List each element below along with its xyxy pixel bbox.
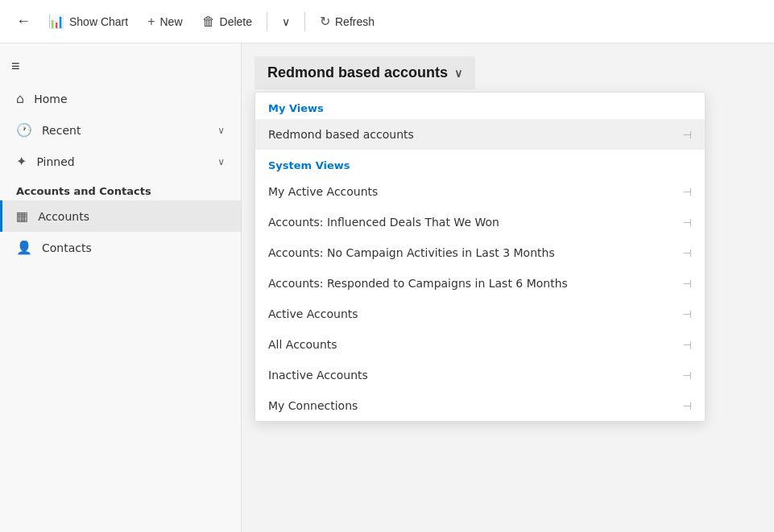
sidebar-item-contacts[interactable]: 👤 Contacts — [0, 232, 241, 263]
pin-icon-4[interactable]: ⊣ — [683, 278, 692, 290]
recent-chevron-icon: ∨ — [217, 125, 225, 136]
section-title: Accounts and Contacts — [0, 177, 241, 200]
redmond-based-label: Redmond based accounts — [268, 128, 683, 141]
refresh-button[interactable]: ↻ Refresh — [312, 9, 383, 34]
show-chart-label: Show Chart — [69, 15, 128, 28]
toolbar-divider-2 — [304, 12, 305, 31]
current-view-label: Redmond based accounts — [267, 64, 448, 81]
my-connections-label: My Connections — [268, 399, 683, 412]
view-chevron-icon: ∨ — [454, 67, 462, 80]
pin-icon-1[interactable]: ⊣ — [683, 186, 692, 198]
delete-button[interactable]: 🗑 Delete — [194, 10, 260, 34]
delete-label: Delete — [220, 15, 252, 28]
recent-label: Recent — [42, 124, 208, 137]
dropdown-item-influenced-deals[interactable]: Accounts: Influenced Deals That We Won ⊣ — [255, 207, 705, 237]
pin-icon-3[interactable]: ⊣ — [683, 247, 692, 259]
pin-icon-7[interactable]: ⊣ — [683, 369, 692, 381]
sidebar-item-home[interactable]: ⌂ Home — [0, 83, 241, 114]
main-layout: ≡ ⌂ Home 🕐 Recent ∨ ✦ Pinned ∨ Accounts … — [0, 43, 774, 532]
view-dropdown: My Views Redmond based accounts ⊣ System… — [255, 92, 706, 422]
accounts-label: Accounts — [38, 210, 225, 223]
sidebar-item-recent[interactable]: 🕐 Recent ∨ — [0, 114, 241, 146]
dropdown-item-no-campaign[interactable]: Accounts: No Campaign Activities in Last… — [255, 237, 705, 268]
no-campaign-label: Accounts: No Campaign Activities in Last… — [268, 246, 683, 259]
pin-icon-2[interactable]: ⊣ — [683, 217, 692, 229]
refresh-icon: ↻ — [320, 14, 330, 29]
inactive-accounts-label: Inactive Accounts — [268, 369, 683, 381]
dropdown-item-inactive-accounts[interactable]: Inactive Accounts ⊣ — [255, 360, 705, 390]
chart-icon: 📊 — [48, 14, 64, 29]
view-selector-button[interactable]: Redmond based accounts ∨ — [255, 56, 475, 89]
home-icon: ⌂ — [16, 91, 24, 106]
dropdown-item-redmond-based[interactable]: Redmond based accounts ⊣ — [255, 119, 705, 150]
hamburger-button[interactable]: ≡ — [0, 50, 35, 83]
show-chart-button[interactable]: 📊 Show Chart — [40, 9, 136, 34]
responded-campaigns-label: Accounts: Responded to Campaigns in Last… — [268, 277, 683, 290]
contacts-label: Contacts — [42, 241, 225, 254]
dropdown-item-my-active[interactable]: My Active Accounts ⊣ — [255, 176, 705, 207]
my-views-section: My Views — [255, 93, 705, 119]
new-label: New — [160, 15, 183, 28]
toolbar-divider — [267, 12, 267, 31]
accounts-icon: ▦ — [16, 208, 28, 224]
pinned-chevron-icon: ∨ — [217, 156, 225, 167]
all-accounts-label: All Accounts — [268, 338, 683, 351]
dropdown-item-active-accounts[interactable]: Active Accounts ⊣ — [255, 299, 705, 329]
new-button[interactable]: + New — [139, 10, 190, 34]
dropdown-item-responded-campaigns[interactable]: Accounts: Responded to Campaigns in Last… — [255, 268, 705, 299]
delete-icon: 🗑 — [202, 14, 215, 29]
recent-icon: 🕐 — [16, 122, 32, 138]
refresh-label: Refresh — [335, 15, 375, 28]
pinned-icon: ✦ — [16, 154, 27, 169]
pin-icon-5[interactable]: ⊣ — [683, 308, 692, 320]
sidebar-item-pinned[interactable]: ✦ Pinned ∨ — [0, 146, 241, 177]
dropdown-item-my-connections[interactable]: My Connections ⊣ — [255, 390, 705, 421]
sidebar: ≡ ⌂ Home 🕐 Recent ∨ ✦ Pinned ∨ Accounts … — [0, 43, 242, 532]
dropdown-item-all-accounts[interactable]: All Accounts ⊣ — [255, 329, 705, 360]
my-active-label: My Active Accounts — [268, 185, 683, 198]
toolbar: ← 📊 Show Chart + New 🗑 Delete ∨ ↻ Refres… — [0, 0, 774, 43]
back-button[interactable]: ← — [10, 8, 37, 35]
contacts-icon: 👤 — [16, 240, 32, 255]
home-label: Home — [34, 93, 225, 105]
pin-icon-0[interactable]: ⊣ — [683, 129, 692, 141]
chevron-down-icon: ∨ — [282, 15, 290, 28]
pin-icon-6[interactable]: ⊣ — [683, 339, 692, 351]
plus-icon: + — [147, 14, 155, 29]
pinned-label: Pinned — [36, 155, 208, 168]
dropdown-arrow-button[interactable]: ∨ — [274, 10, 298, 33]
content-area: Redmond based accounts ∨ My Views Redmon… — [242, 43, 774, 532]
sidebar-item-accounts[interactable]: ▦ Accounts — [0, 200, 241, 232]
active-accounts-label: Active Accounts — [268, 307, 683, 320]
pin-icon-8[interactable]: ⊣ — [683, 400, 692, 412]
system-views-section: System Views — [255, 150, 705, 176]
influenced-deals-label: Accounts: Influenced Deals That We Won — [268, 216, 683, 229]
